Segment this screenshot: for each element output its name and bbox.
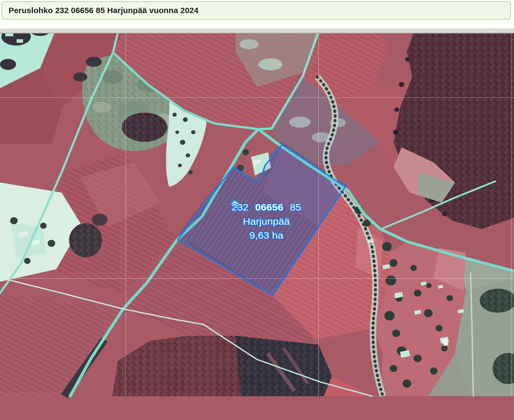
map-viewport[interactable]: 232 06656 85 Harjunpää 9,63 ha xyxy=(0,25,514,420)
parcel-municipality-code: 232 xyxy=(232,202,248,213)
page-title: Peruslohko 232 06656 85 Harjunpää vuonna… xyxy=(9,6,198,15)
tile-seam-band xyxy=(0,25,514,33)
page-header: Peruslohko 232 06656 85 Harjunpää vuonna… xyxy=(2,1,511,20)
parcel-block-id: 06656 xyxy=(255,202,284,213)
parcel-area: 9,63 ha xyxy=(250,230,284,241)
parcel-id-line: 232 06656 85 xyxy=(232,202,301,213)
parcel-suffix: 85 xyxy=(290,202,301,213)
parcel-name: Harjunpää xyxy=(243,216,290,227)
aerial-map: 232 06656 85 Harjunpää 9,63 ha xyxy=(0,25,514,420)
